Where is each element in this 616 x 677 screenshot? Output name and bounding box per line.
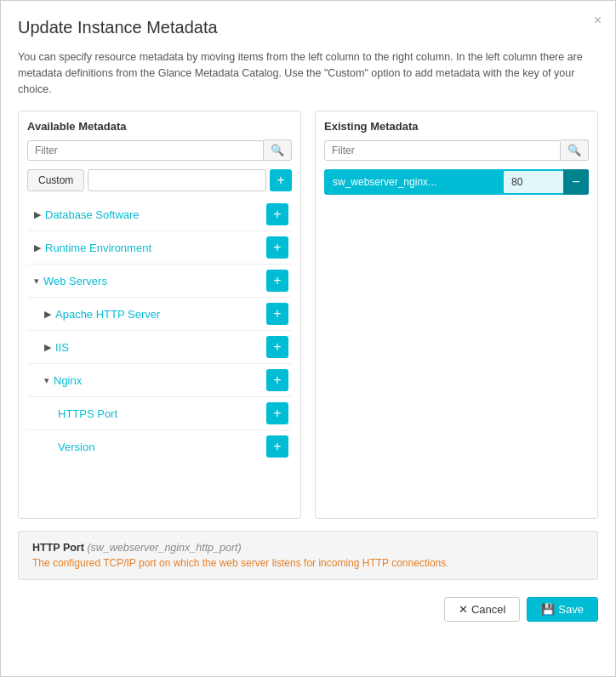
existing-value-input-0[interactable] [504,171,563,193]
save-label: Save [558,603,584,616]
add-button-nginx[interactable]: + [266,369,288,391]
save-button[interactable]: 💾Save [527,597,598,622]
tree-item-text-web-servers: Web Servers [43,275,107,287]
chevron-icon-apache-http-server: ▶ [44,309,51,320]
existing-metadata-title: Existing Metadata [324,120,589,133]
tree-item-apache-http-server[interactable]: ▶Apache HTTP Server+ [27,297,292,330]
tree-item-label-runtime-environment: ▶Runtime Environment [34,242,151,254]
existing-row-0: − [324,169,589,195]
info-key-text: (sw_webserver_nginx_http_port) [87,542,241,554]
existing-key-input-0[interactable] [324,171,504,193]
modal-title: Update Instance Metadata [18,18,598,37]
tree-item-text-nginx: Nginx [54,374,82,387]
tree-item-web-servers[interactable]: ▾Web Servers+ [27,264,292,297]
info-box: HTTP Port (sw_webserver_nginx_http_port)… [18,531,598,580]
existing-filter-row: 🔍 [324,139,589,161]
tree-item-iis[interactable]: ▶IIS+ [27,330,292,363]
available-metadata-title: Available Metadata [27,120,292,133]
existing-filter-input[interactable] [324,140,561,161]
info-description: The configured TCP/IP port on which the … [32,557,584,569]
custom-button[interactable]: Custom [27,169,84,191]
chevron-icon-iis: ▶ [44,342,51,353]
tree-item-runtime-environment[interactable]: ▶Runtime Environment+ [27,230,292,264]
columns-container: Available Metadata 🔍 Custom + ▶Database … [18,111,598,519]
tree-item-label-https-port: HTTPS Port [58,407,117,420]
add-button-web-servers[interactable]: + [266,270,288,292]
add-button-version[interactable]: + [266,435,288,458]
custom-add-button[interactable]: + [270,169,292,191]
chevron-icon-runtime-environment: ▶ [34,242,41,253]
close-button[interactable]: × [594,13,602,28]
tree-item-https-port[interactable]: HTTPS Port+ [27,396,292,430]
tree-item-text-version: Version [58,441,94,453]
tree-item-version[interactable]: Version+ [27,430,292,463]
existing-items-list: − [324,169,589,195]
tree-item-text-https-port: HTTPS Port [58,407,117,420]
footer: ✕ Cancel 💾Save [18,594,598,622]
tree-item-label-apache-http-server: ▶Apache HTTP Server [44,308,160,321]
save-icon: 💾 [541,603,555,616]
tree-item-label-database-software: ▶Database Software [34,208,140,221]
chevron-icon-web-servers: ▾ [34,276,39,287]
available-filter-row: 🔍 [27,139,292,161]
custom-row: Custom + [27,169,292,191]
tree-item-label-web-servers: ▾Web Servers [34,275,107,287]
tree-item-text-apache-http-server: Apache HTTP Server [55,308,160,321]
tree-item-text-runtime-environment: Runtime Environment [45,242,151,254]
add-button-apache-http-server[interactable]: + [266,303,288,325]
info-title-text: HTTP Port [32,542,84,554]
tree-item-nginx[interactable]: ▾Nginx+ [27,363,292,396]
available-filter-input[interactable] [27,140,264,161]
info-title: HTTP Port (sw_webserver_nginx_http_port) [32,542,584,554]
tree-item-label-version: Version [58,441,94,453]
available-filter-button[interactable]: 🔍 [264,139,292,161]
add-button-database-software[interactable]: + [266,203,288,225]
add-button-iis[interactable]: + [266,336,288,358]
add-button-https-port[interactable]: + [266,402,288,424]
existing-filter-button[interactable]: 🔍 [561,139,589,161]
existing-metadata-column: Existing Metadata 🔍 − [315,111,598,519]
modal-description: You can specify resource metadata by mov… [18,49,598,97]
tree-item-text-database-software: Database Software [45,208,140,221]
tree-item-label-nginx: ▾Nginx [44,374,82,387]
cancel-button[interactable]: ✕ Cancel [444,597,520,622]
remove-button-0[interactable]: − [563,169,589,195]
tree-item-database-software[interactable]: ▶Database Software+ [27,198,292,230]
add-button-runtime-environment[interactable]: + [266,236,288,259]
modal-container: × Update Instance Metadata You can speci… [0,0,616,677]
tree-item-text-iis: IIS [55,341,69,354]
tree-item-label-iis: ▶IIS [44,341,69,354]
metadata-tree: ▶Database Software+▶Runtime Environment+… [27,198,292,463]
custom-input[interactable] [88,169,266,191]
chevron-icon-nginx: ▾ [44,375,49,386]
available-metadata-column: Available Metadata 🔍 Custom + ▶Database … [18,111,301,519]
chevron-icon-database-software: ▶ [34,209,41,220]
